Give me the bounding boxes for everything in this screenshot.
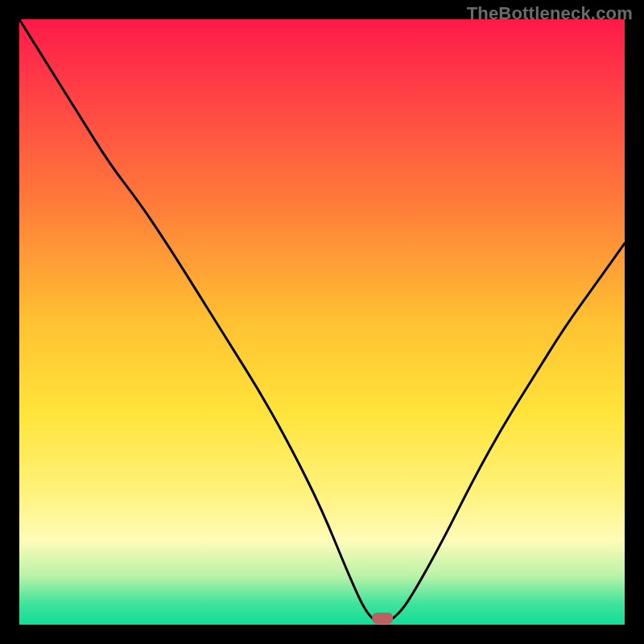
optimum-marker (372, 613, 393, 624)
watermark-label: TheBottleneck.com (467, 3, 633, 24)
chart-frame: TheBottleneck.com (0, 0, 644, 644)
plot-area (19, 19, 625, 625)
bottleneck-chart (0, 0, 644, 644)
